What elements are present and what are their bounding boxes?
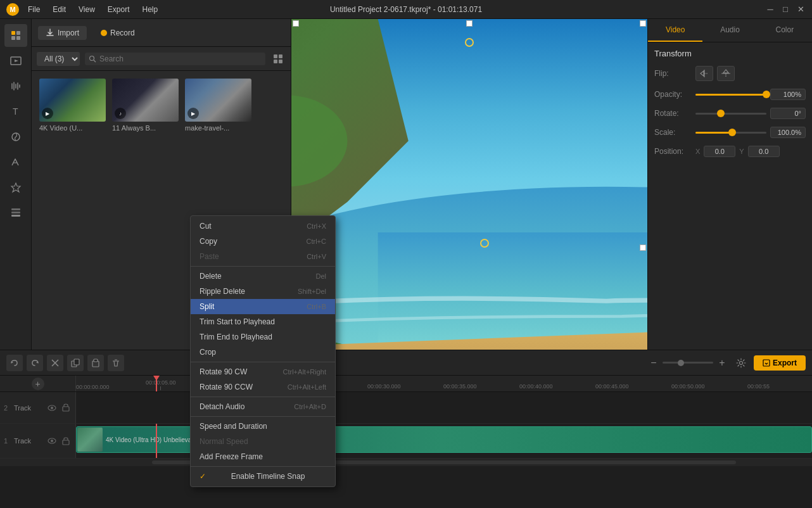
tab-audio[interactable]: Audio bbox=[702, 19, 757, 42]
delete-button[interactable] bbox=[108, 355, 124, 371]
copy-button[interactable] bbox=[67, 355, 84, 371]
menu-file[interactable]: File bbox=[23, 4, 45, 15]
media-item-1[interactable]: ♪ 11 Always B... bbox=[112, 79, 179, 132]
tab-video[interactable]: Video bbox=[648, 19, 702, 42]
maximize-button[interactable]: □ bbox=[780, 4, 790, 15]
svg-text:T: T bbox=[13, 106, 18, 117]
redo-button[interactable] bbox=[27, 355, 43, 371]
media-grid: ▶ 4K Video (U... ♪ 11 Always B... ▶ make… bbox=[32, 71, 291, 139]
ctx-check-icon: ✓ bbox=[200, 472, 210, 481]
svg-rect-38 bbox=[94, 359, 98, 362]
track-header-1: 1 Track bbox=[0, 424, 76, 458]
track-lock-1[interactable] bbox=[60, 435, 72, 447]
svg-rect-36 bbox=[74, 359, 79, 365]
ctx-speed-duration[interactable]: Speed and Duration bbox=[191, 419, 335, 434]
ctx-rotate-cw[interactable]: Rotate 90 CW Ctrl+Alt+Right bbox=[191, 364, 335, 379]
flip-horizontal-button[interactable] bbox=[695, 66, 713, 81]
ctx-timeline-snap[interactable]: ✓ Enable Timeline Snap bbox=[191, 469, 335, 484]
menu-help[interactable]: Help bbox=[137, 4, 163, 15]
close-button[interactable]: ✕ bbox=[796, 4, 806, 15]
sidebar-icon-effects[interactable] bbox=[4, 125, 27, 148]
ctx-split[interactable]: Split Ctrl+B bbox=[191, 299, 335, 314]
zoom-slider[interactable] bbox=[663, 362, 713, 364]
window-title: Untitled Project 2-0617.tkproj* - 01:01:… bbox=[330, 5, 482, 14]
app-logo: M bbox=[6, 3, 19, 16]
export-button[interactable]: Export bbox=[754, 355, 806, 371]
sidebar-icon-home[interactable] bbox=[4, 24, 27, 47]
sidebar-icon-text[interactable]: T bbox=[4, 100, 27, 123]
svg-rect-1 bbox=[16, 31, 20, 35]
menu-view[interactable]: View bbox=[73, 4, 100, 15]
tab-color[interactable]: Color bbox=[758, 19, 812, 42]
track-visibility-2[interactable] bbox=[46, 402, 58, 414]
ruler-marks-area: 00:00:00.000 00:00:05.00 00:00:20.000 00… bbox=[76, 376, 812, 391]
ctx-cut[interactable]: Cut Ctrl+X bbox=[191, 219, 335, 234]
ctx-freeze-frame[interactable]: Add Freeze Frame bbox=[191, 449, 335, 464]
y-label: Y bbox=[739, 148, 744, 155]
search-icon bbox=[89, 55, 96, 63]
track-lock-2[interactable] bbox=[60, 402, 72, 414]
playhead[interactable] bbox=[156, 376, 157, 391]
ctx-delete[interactable]: Delete Del bbox=[191, 269, 335, 284]
undo-button[interactable] bbox=[6, 355, 23, 371]
rotate-value[interactable]: 0° bbox=[770, 108, 806, 119]
timeline-settings-button[interactable] bbox=[732, 354, 750, 372]
title-bar: M File Edit View Export Help Untitled Pr… bbox=[0, 0, 812, 19]
zoom-in-button[interactable]: + bbox=[716, 357, 728, 369]
cut-button[interactable] bbox=[47, 355, 63, 371]
position-x-value[interactable]: 0.0 bbox=[704, 146, 735, 157]
flip-vertical-button[interactable] bbox=[717, 66, 735, 81]
ctx-divider-1 bbox=[191, 266, 335, 267]
timeline-scrollbar bbox=[0, 459, 812, 466]
zoom-out-button[interactable]: − bbox=[647, 357, 660, 369]
x-label: X bbox=[695, 148, 700, 155]
opacity-value[interactable]: 100% bbox=[770, 89, 806, 100]
svg-rect-46 bbox=[63, 440, 69, 445]
add-track-button[interactable]: + bbox=[32, 378, 44, 390]
ctx-rotate-ccw[interactable]: Rotate 90 CCW Ctrl+Alt+Left bbox=[191, 379, 335, 395]
menu-export[interactable]: Export bbox=[103, 4, 135, 15]
play-overlay-0: ▶ bbox=[42, 108, 53, 119]
playhead-triangle bbox=[153, 376, 160, 381]
ctx-trim-start[interactable]: Trim Start to Playhead bbox=[191, 314, 335, 329]
ruler-mark-1: 00:00:05.00 bbox=[146, 378, 176, 390]
title-bar-left: M File Edit View Export Help bbox=[6, 3, 163, 16]
menu-edit[interactable]: Edit bbox=[48, 4, 71, 15]
ctx-trim-end[interactable]: Trim End to Playhead bbox=[191, 329, 335, 345]
sidebar-icon-favorites[interactable] bbox=[4, 176, 27, 199]
svg-rect-2 bbox=[11, 36, 15, 40]
paste-button[interactable] bbox=[87, 355, 104, 371]
ctx-ripple-delete[interactable]: Ripple Delete Shift+Del bbox=[191, 284, 335, 299]
sidebar-icon-layers[interactable] bbox=[4, 201, 27, 224]
search-input[interactable] bbox=[99, 54, 262, 63]
clip-thumbnail bbox=[77, 428, 103, 452]
scale-slider[interactable] bbox=[695, 132, 766, 134]
opacity-slider[interactable] bbox=[695, 94, 766, 96]
rotate-slider[interactable] bbox=[695, 113, 766, 115]
track-visibility-1[interactable] bbox=[46, 435, 58, 447]
track-header-2: 2 Track bbox=[0, 392, 76, 423]
import-button[interactable]: Import bbox=[38, 26, 87, 40]
media-filter-select[interactable]: All (3) bbox=[37, 52, 80, 66]
track-number-2: 2 bbox=[4, 404, 11, 412]
media-item-2[interactable]: ▶ make-travel-... bbox=[185, 79, 251, 132]
sidebar-icon-transitions[interactable] bbox=[4, 151, 27, 174]
position-y-value[interactable]: 0.0 bbox=[748, 146, 780, 157]
rotate-row: Rotate: 0° bbox=[654, 108, 806, 119]
track-clip-1[interactable]: 4K Video (Ultra HD) Unbelievable Beauty bbox=[76, 426, 812, 453]
sidebar-icon-media[interactable] bbox=[4, 49, 27, 72]
record-button[interactable]: Record bbox=[93, 26, 143, 40]
media-item-0[interactable]: ▶ 4K Video (U... bbox=[39, 79, 106, 132]
flip-row: Flip: bbox=[654, 66, 806, 81]
scale-value[interactable]: 100.0% bbox=[770, 127, 806, 138]
transform-title: Transform bbox=[654, 49, 806, 58]
ruler-mark-8: 00:00:50.000 bbox=[671, 381, 705, 390]
ctx-crop[interactable]: Crop bbox=[191, 345, 335, 360]
minimize-button[interactable]: ─ bbox=[765, 4, 775, 15]
track-number-1: 1 bbox=[4, 437, 11, 445]
ctx-detach-audio[interactable]: Detach Audio Ctrl+Alt+D bbox=[191, 399, 335, 414]
ctx-copy[interactable]: Copy Ctrl+C bbox=[191, 234, 335, 249]
svg-rect-43 bbox=[63, 407, 69, 411]
sidebar-icon-audio[interactable] bbox=[4, 75, 27, 98]
grid-view-icon[interactable] bbox=[270, 51, 286, 67]
